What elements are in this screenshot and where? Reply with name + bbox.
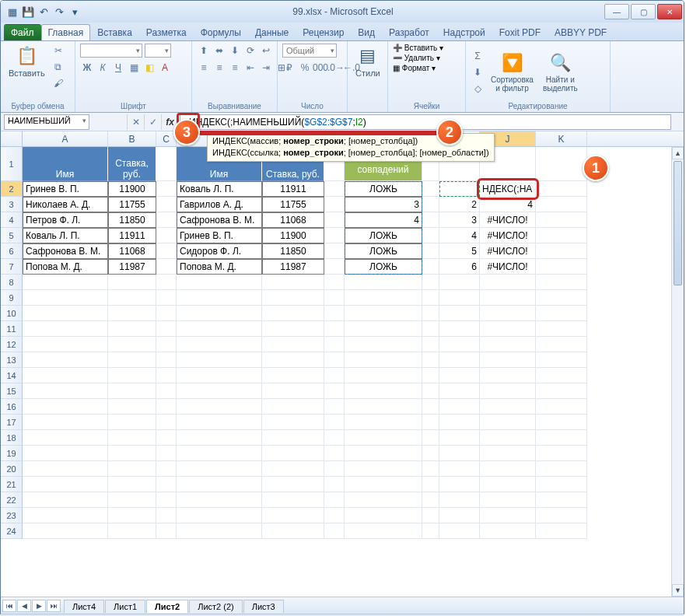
cell[interactable] bbox=[439, 352, 480, 368]
cell[interactable] bbox=[345, 461, 422, 477]
cell[interactable] bbox=[439, 290, 480, 306]
sheet-tab[interactable]: Лист2 (2) bbox=[189, 600, 243, 613]
tab-developer[interactable]: Разработ bbox=[382, 24, 436, 40]
row-header[interactable]: 4 bbox=[1, 212, 23, 228]
row-header[interactable]: 6 bbox=[1, 243, 23, 259]
cell[interactable] bbox=[156, 259, 177, 275]
cell[interactable] bbox=[156, 446, 177, 461]
cell[interactable] bbox=[156, 321, 177, 337]
cell[interactable] bbox=[536, 461, 587, 477]
font-size-select[interactable] bbox=[145, 44, 171, 58]
cell[interactable] bbox=[23, 508, 108, 523]
cell[interactable] bbox=[422, 508, 439, 523]
tab-home[interactable]: Главная bbox=[41, 24, 91, 40]
cell[interactable] bbox=[422, 383, 439, 399]
cell[interactable] bbox=[262, 461, 324, 477]
cell[interactable] bbox=[439, 477, 480, 492]
cell[interactable] bbox=[262, 430, 324, 446]
tab-data[interactable]: Данные bbox=[248, 24, 296, 40]
cell[interactable] bbox=[156, 523, 177, 539]
cell[interactable]: ЛОЖЬ bbox=[345, 228, 422, 243]
cell[interactable] bbox=[156, 368, 177, 383]
cell[interactable] bbox=[345, 415, 422, 430]
cell[interactable] bbox=[422, 243, 439, 259]
sheet-tab[interactable]: Лист2 bbox=[146, 600, 188, 613]
cell[interactable] bbox=[108, 492, 156, 508]
cell[interactable] bbox=[480, 508, 536, 523]
cell[interactable] bbox=[177, 383, 262, 399]
cell[interactable] bbox=[324, 321, 345, 337]
cell[interactable]: Сидоров Ф. Л. bbox=[177, 243, 262, 259]
cell[interactable] bbox=[156, 243, 177, 259]
cell[interactable]: Сафронова В. М. bbox=[177, 212, 262, 228]
cell[interactable] bbox=[439, 523, 480, 539]
cell[interactable] bbox=[262, 477, 324, 492]
cell[interactable]: Ставка, руб. bbox=[108, 147, 156, 181]
scroll-down-icon[interactable]: ▼ bbox=[672, 584, 684, 597]
cell[interactable]: 11911 bbox=[108, 228, 156, 243]
col-K[interactable]: K bbox=[536, 131, 587, 146]
cell[interactable] bbox=[156, 197, 177, 212]
row-header[interactable]: 20 bbox=[1, 461, 23, 477]
cell[interactable] bbox=[262, 508, 324, 523]
cell[interactable] bbox=[536, 415, 587, 430]
row-header[interactable]: 15 bbox=[1, 383, 23, 399]
cell[interactable] bbox=[480, 523, 536, 539]
cell[interactable] bbox=[177, 306, 262, 321]
save-icon[interactable]: 💾 bbox=[21, 5, 35, 19]
row-header[interactable]: 8 bbox=[1, 275, 23, 290]
cell[interactable] bbox=[23, 306, 108, 321]
cell[interactable]: ЛОЖЬ bbox=[345, 181, 422, 197]
copy-icon[interactable]: ⧉ bbox=[51, 60, 65, 74]
cell[interactable] bbox=[536, 228, 587, 243]
cell[interactable] bbox=[324, 477, 345, 492]
cell[interactable] bbox=[439, 492, 480, 508]
cell[interactable]: #ЧИСЛО! bbox=[480, 259, 536, 275]
cell[interactable] bbox=[480, 306, 536, 321]
cell[interactable]: #ЧИСЛО! bbox=[480, 228, 536, 243]
cell[interactable] bbox=[23, 399, 108, 415]
indent-decrease-icon[interactable]: ⇤ bbox=[243, 61, 257, 75]
cell[interactable] bbox=[156, 508, 177, 523]
cell[interactable] bbox=[108, 446, 156, 461]
cell[interactable] bbox=[177, 337, 262, 352]
enter-formula-icon[interactable]: ✓ bbox=[144, 114, 161, 130]
cell[interactable] bbox=[536, 275, 587, 290]
minimize-button[interactable]: — bbox=[604, 4, 629, 19]
cell[interactable] bbox=[324, 212, 345, 228]
cell[interactable] bbox=[536, 290, 587, 306]
row-header[interactable]: 22 bbox=[1, 492, 23, 508]
cell[interactable]: 3 bbox=[439, 212, 480, 228]
cell[interactable]: 3 bbox=[345, 197, 422, 212]
cell[interactable] bbox=[422, 321, 439, 337]
cell[interactable] bbox=[536, 523, 587, 539]
row-header[interactable]: 19 bbox=[1, 446, 23, 461]
name-box[interactable]: НАИМЕНЬШИЙ bbox=[4, 114, 89, 130]
paste-button[interactable]: 📋 Вставить bbox=[5, 44, 48, 79]
cell[interactable] bbox=[262, 275, 324, 290]
maximize-button[interactable]: ▢ bbox=[631, 4, 656, 19]
row-header[interactable]: 13 bbox=[1, 352, 23, 368]
cell[interactable] bbox=[177, 352, 262, 368]
wrap-text-icon[interactable]: ↩ bbox=[259, 44, 273, 58]
cell[interactable] bbox=[422, 197, 439, 212]
cell[interactable] bbox=[324, 197, 345, 212]
cell[interactable]: Попова М. Д. bbox=[23, 259, 108, 275]
cell[interactable] bbox=[262, 306, 324, 321]
row-header[interactable]: 10 bbox=[1, 306, 23, 321]
cell[interactable] bbox=[177, 368, 262, 383]
cell[interactable] bbox=[536, 197, 587, 212]
cell[interactable] bbox=[536, 259, 587, 275]
cell[interactable]: 11755 bbox=[108, 197, 156, 212]
align-middle-icon[interactable]: ⬌ bbox=[212, 44, 226, 58]
cell[interactable] bbox=[108, 461, 156, 477]
cells-insert[interactable]: ➕ Вставить ▾ bbox=[393, 44, 443, 52]
cell[interactable] bbox=[536, 383, 587, 399]
tab-file[interactable]: Файл bbox=[4, 24, 41, 40]
cell[interactable] bbox=[345, 430, 422, 446]
row-header[interactable]: 14 bbox=[1, 368, 23, 383]
autosum-icon[interactable]: Σ bbox=[471, 49, 485, 63]
currency-icon[interactable]: ₽ bbox=[282, 61, 296, 75]
cell[interactable] bbox=[536, 147, 587, 181]
orientation-icon[interactable]: ⟳ bbox=[243, 44, 257, 58]
